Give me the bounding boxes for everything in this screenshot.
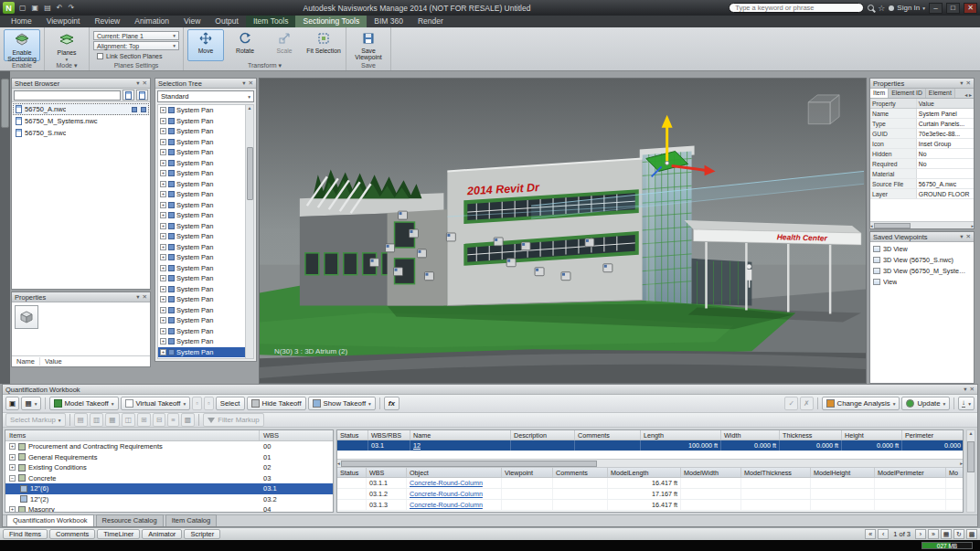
last-page-icon[interactable]: »	[928, 529, 939, 539]
selection-marker-icon[interactable]	[585, 238, 594, 247]
update-button[interactable]: Update▾	[901, 397, 950, 410]
export-icon[interactable]: ↓▾	[958, 397, 975, 410]
favorites-icon[interactable]: ☆	[878, 4, 885, 13]
expand-icon[interactable]: +	[160, 118, 166, 124]
first-page-icon[interactable]: «	[865, 529, 876, 539]
enable-sectioning-button[interactable]: Enable Sectioning	[4, 29, 40, 61]
hide-takeoff-button[interactable]: Hide Takeoff	[247, 397, 306, 410]
column-header[interactable]: Perimeter	[902, 430, 964, 440]
ribbon-tab-view[interactable]: View	[176, 16, 208, 27]
scroll-left-icon[interactable]: ◂	[337, 461, 340, 466]
ribbon-tab-output[interactable]: Output	[208, 16, 246, 27]
expand-icon[interactable]: +	[160, 233, 166, 239]
tree-item[interactable]: +System Pan	[158, 221, 245, 232]
qat-icon[interactable]: ▤	[42, 2, 53, 14]
search-icon[interactable]	[868, 5, 874, 11]
ribbon-tab-animation[interactable]: Animation	[127, 16, 176, 27]
column-header[interactable]: ModelPerimeter	[875, 468, 946, 477]
expand-icon[interactable]: +	[160, 139, 166, 145]
markup-tool-icon[interactable]: ≡	[167, 413, 179, 427]
selection-marker-icon[interactable]	[506, 259, 516, 267]
3d-scene[interactable]: 2014 Revit Dr	[260, 79, 866, 383]
vertical-scrollbar[interactable]: ▲	[966, 429, 975, 513]
markup-tool-icon[interactable]: ▥	[90, 413, 103, 427]
maximize-button[interactable]: □	[946, 3, 960, 14]
sheet-tool-icon[interactable]	[122, 90, 134, 101]
expand-icon[interactable]: +	[160, 307, 166, 313]
ribbon-tab-bim-360[interactable]: BIM 360	[367, 16, 410, 27]
expand-icon[interactable]: +	[160, 170, 166, 176]
column-header[interactable]: Height	[842, 430, 902, 440]
move-button[interactable]: Move	[187, 29, 224, 61]
selection-marker-icon[interactable]	[446, 233, 455, 241]
close-icon[interactable]: ✕	[966, 233, 971, 240]
tree-item[interactable]: +System Pan	[158, 137, 245, 148]
column-header[interactable]: Length	[641, 430, 721, 440]
workbook-tree-item[interactable]: 12"(6)03.1	[5, 483, 333, 494]
tree-item[interactable]: +System Pan	[158, 347, 245, 358]
expand-icon[interactable]: +	[160, 191, 166, 197]
model-takeoff-button[interactable]: Model Takeoff▾	[49, 397, 119, 410]
new-item-icon[interactable]: ▣	[5, 397, 19, 410]
expand-icon[interactable]: +	[160, 181, 166, 187]
expand-icon[interactable]: +	[160, 107, 166, 113]
tree-item[interactable]: +System Pan	[158, 179, 245, 190]
sheet-item[interactable]: 56750_S.nwc	[13, 127, 149, 139]
minimize-button[interactable]: –	[929, 3, 943, 14]
expand-icon[interactable]: +	[160, 202, 166, 208]
tree-item[interactable]: +System Pan	[158, 284, 245, 295]
statusbar-button-animator[interactable]: Animator	[142, 529, 182, 539]
3d-viewport[interactable]: 2014 Revit Dr	[259, 78, 867, 384]
workbook-tab-resource-catalog[interactable]: Resource Catalog	[96, 514, 164, 526]
qat-icon[interactable]: ↷	[66, 2, 76, 14]
tree-item[interactable]: +System Pan	[158, 210, 245, 221]
horizontal-scrollbar[interactable]: ◂ ▸	[337, 459, 963, 468]
sheet-filter-input[interactable]	[14, 90, 121, 101]
expand-icon[interactable]: +	[160, 254, 166, 260]
column-header[interactable]: Comments	[553, 468, 608, 477]
workbook-tree-item[interactable]: +General Requirements01	[5, 452, 333, 463]
selection-marker-icon[interactable]	[417, 249, 426, 258]
planes-button[interactable]: Planes ▾	[48, 29, 85, 61]
panel-menu-icon[interactable]: ▾	[960, 233, 963, 240]
close-icon[interactable]: ✕	[249, 79, 253, 87]
panel-menu-icon[interactable]: ▾	[964, 386, 966, 393]
fx-button[interactable]: fx	[384, 397, 399, 410]
workbook-tree-item[interactable]: 12"(2)03.2	[5, 494, 333, 505]
qat-icon[interactable]: ▣	[30, 2, 41, 14]
expand-icon[interactable]: +	[160, 244, 166, 250]
column-header[interactable]: Description	[511, 430, 575, 440]
ribbon-tab-review[interactable]: Review	[87, 16, 127, 27]
show-takeoff-button[interactable]: Show Takeoff▾	[308, 397, 376, 410]
takeoff-tool-icon[interactable]: ▫	[192, 397, 202, 410]
current-plane-select[interactable]: Current: Plane 1 ▾	[93, 31, 179, 40]
panel-menu-icon[interactable]: ▾	[136, 79, 139, 87]
viewcube[interactable]	[808, 95, 839, 124]
collapsed-panel-tab[interactable]	[1, 79, 9, 128]
expand-icon[interactable]: +	[160, 223, 166, 229]
tree-item[interactable]: +System Pan	[158, 116, 245, 127]
tree-item[interactable]: +System Pan	[158, 252, 245, 263]
expand-icon[interactable]: +	[9, 464, 16, 471]
item-cube-button[interactable]	[15, 305, 38, 329]
expand-icon[interactable]: +	[160, 338, 166, 344]
table-row[interactable]: 03.1.2Concrete-Round-Column17.167 ft	[337, 489, 963, 500]
expand-icon[interactable]: +	[160, 149, 166, 155]
tree-item[interactable]: +System Pan	[158, 200, 245, 211]
close-button[interactable]: ✕	[964, 3, 977, 14]
tree-item[interactable]: +System Pan	[158, 158, 245, 169]
save-viewpoint-button[interactable]: Save Viewpoint	[350, 29, 387, 61]
selection-marker-icon[interactable]	[399, 211, 408, 219]
sign-in-button[interactable]: Sign In ▾	[889, 4, 925, 12]
fit-selection-button[interactable]: Fit Selection	[305, 29, 342, 61]
saved-viewpoint-item[interactable]: 3D View (56750_S.nwc)	[871, 254, 973, 265]
scrollbar-thumb[interactable]	[341, 461, 597, 467]
expand-icon[interactable]: +	[160, 296, 166, 302]
prev-page-icon[interactable]: ‹	[878, 529, 889, 539]
tree-mode-select[interactable]: Standard ▾	[157, 90, 254, 102]
tab-element-id[interactable]: Element ID	[889, 89, 926, 98]
workbook-tab-quantification-workbook[interactable]: Quantification Workbook	[6, 514, 94, 526]
ribbon-tab-home[interactable]: Home	[4, 16, 39, 27]
markup-tool-icon[interactable]: ⊟	[153, 413, 166, 427]
link-section-planes-checkbox[interactable]: Link Section Planes	[93, 51, 179, 60]
